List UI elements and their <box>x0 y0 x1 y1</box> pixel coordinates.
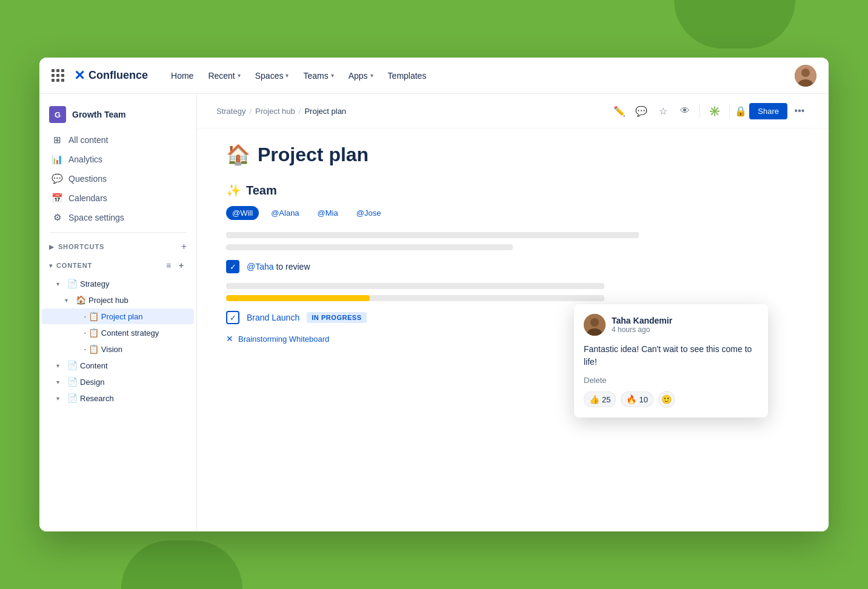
confluence-icon: ✕ <box>226 334 233 344</box>
ai-button[interactable]: ✳️ <box>705 101 724 121</box>
page-title-text: Project plan <box>258 144 369 166</box>
user-avatar[interactable] <box>795 65 816 87</box>
analytics-icon: 📊 <box>52 154 62 165</box>
chevron-down-icon: ▾ <box>56 362 65 369</box>
add-content-button[interactable]: + <box>176 259 187 271</box>
questions-icon: 💬 <box>52 173 62 184</box>
comment-author-name: Taha Kandemir <box>612 316 672 325</box>
mention-mia[interactable]: @Mia <box>312 206 344 220</box>
chevron-down-icon: ▾ <box>238 72 241 79</box>
logo[interactable]: ✕ Confluence <box>74 68 148 84</box>
fire-count: 10 <box>639 395 647 404</box>
breadcrumb-strategy[interactable]: Strategy <box>216 107 245 116</box>
team-section-header: ✨ Team <box>226 183 800 198</box>
content-line <box>226 244 513 250</box>
settings-icon: ⚙ <box>52 212 62 223</box>
tree-item-project-hub[interactable]: ▾ 🏠 Project hub <box>42 292 194 308</box>
sidebar-item-label: Calendars <box>68 193 107 203</box>
status-badge: IN PROGRESS <box>307 312 366 323</box>
chevron-down-icon: ▾ <box>56 379 65 385</box>
star-button[interactable]: ☆ <box>653 101 673 121</box>
mention-jose[interactable]: @Jose <box>350 206 387 220</box>
sidebar-item-label: Analytics <box>68 155 102 164</box>
breadcrumb-bar: Strategy / Project hub / Project plan ✏️… <box>197 94 829 128</box>
tree-item-content[interactable]: ▾ 📄 Content <box>42 358 194 373</box>
nav-templates[interactable]: Templates <box>382 67 433 84</box>
team-section-title: Team <box>246 184 277 198</box>
chevron-down-icon: ▾ <box>56 281 65 287</box>
sidebar-item-label: Space settings <box>68 213 124 222</box>
chevron-down-icon: ▾ <box>56 395 65 402</box>
sidebar-item-label: All content <box>68 135 108 145</box>
sidebar-item-space-settings[interactable]: ⚙ Space settings <box>42 208 194 227</box>
thumbs-up-icon: 👍 <box>589 394 599 404</box>
add-shortcut-button[interactable]: + <box>181 241 187 252</box>
chevron-right-icon: ▶ <box>49 244 55 250</box>
logo-icon: ✕ <box>74 68 85 84</box>
content-section-header: ▾ CONTENT ≡ + <box>39 256 196 275</box>
comment-popup: Taha Kandemir 4 hours ago Fantastic idea… <box>574 304 768 418</box>
sidebar-item-label: Questions <box>68 174 107 184</box>
tree-item-design[interactable]: ▾ 📄 Design <box>42 374 194 390</box>
apps-grid-icon[interactable] <box>52 69 64 82</box>
task-mention[interactable]: @Taha <box>247 262 274 271</box>
sidebar-item-questions[interactable]: 💬 Questions <box>42 169 194 188</box>
space-header[interactable]: G Growth Team <box>39 101 196 128</box>
space-icon: G <box>49 106 66 123</box>
more-actions-button[interactable]: ••• <box>790 101 809 121</box>
brand-checkbox[interactable]: ✓ <box>226 311 239 324</box>
tree-item-vision[interactable]: • 📋 Vision <box>42 341 194 357</box>
watch-button[interactable]: 👁 <box>675 101 695 121</box>
nav-home[interactable]: Home <box>165 67 199 84</box>
whiteboard-label: Brainstorming Whiteboard <box>238 334 329 344</box>
breadcrumb-actions: ✏️ 💬 ☆ 👁 ✳️ 🔒 Share ••• <box>610 101 809 121</box>
task-row: ✓ @Taha to review <box>226 260 800 273</box>
share-button[interactable]: Share <box>749 103 787 119</box>
nav-teams[interactable]: Teams ▾ <box>297 67 339 84</box>
space-name: Growth Team <box>72 110 125 119</box>
sidebar-item-calendars[interactable]: 📅 Calendars <box>42 188 194 208</box>
filter-button[interactable]: ≡ <box>164 259 174 271</box>
comment-body: Fantastic idea! Can't wait to see this c… <box>584 343 758 368</box>
sidebar-item-analytics[interactable]: 📊 Analytics <box>42 150 194 169</box>
tree-item-content-strategy[interactable]: • 📋 Content strategy <box>42 325 194 341</box>
thumbs-up-reaction[interactable]: 👍 25 <box>584 391 616 407</box>
nav-apps[interactable]: Apps ▾ <box>342 67 379 84</box>
lock-icon: 🔒 <box>735 105 747 117</box>
nav-spaces[interactable]: Spaces ▾ <box>249 67 295 84</box>
calendars-icon: 📅 <box>52 193 62 204</box>
comment-button[interactable]: 💬 <box>632 101 651 121</box>
tree-item-research[interactable]: ▾ 📄 Research <box>42 390 194 406</box>
mention-alana[interactable]: @Alana <box>265 206 305 220</box>
shortcuts-section[interactable]: ▶ SHORTCUTS + <box>39 238 196 256</box>
task-checkbox[interactable]: ✓ <box>226 260 239 273</box>
comment-reactions: 👍 25 🔥 10 🙂 <box>584 391 758 408</box>
tree-item-project-plan[interactable]: • 📋 Project plan <box>42 308 194 324</box>
fire-reaction[interactable]: 🔥 10 <box>621 391 653 407</box>
tree-item-strategy[interactable]: ▾ 📄 Strategy <box>42 276 194 291</box>
team-mentions: @Will @Alana @Mia @Jose <box>226 206 800 220</box>
page-title-emoji: 🏠 <box>226 143 250 166</box>
main-window: ✕ Confluence Home Recent ▾ Spaces ▾ Team… <box>39 58 829 531</box>
sidebar: G Growth Team ⊞ All content 📊 Analytics … <box>39 94 197 531</box>
content-line-partial <box>226 283 604 289</box>
breadcrumb-current: Project plan <box>304 107 346 116</box>
comment-header: Taha Kandemir 4 hours ago <box>584 314 758 336</box>
main-content: Strategy / Project hub / Project plan ✏️… <box>197 94 829 531</box>
delete-comment-button[interactable]: Delete <box>584 376 758 385</box>
svg-point-1 <box>801 68 810 77</box>
add-reaction-button[interactable]: 🙂 <box>658 391 675 408</box>
logo-text: Confluence <box>88 69 148 82</box>
breadcrumb-project-hub[interactable]: Project hub <box>255 107 295 116</box>
comment-author-avatar <box>584 314 606 336</box>
nav-links: Home Recent ▾ Spaces ▾ Teams ▾ Apps ▾ Te… <box>165 67 790 84</box>
edit-button[interactable]: ✏️ <box>610 101 629 121</box>
nav-recent[interactable]: Recent ▾ <box>202 67 246 84</box>
svg-point-4 <box>590 318 599 327</box>
breadcrumb: Strategy / Project hub / Project plan <box>216 107 346 116</box>
sidebar-item-all-content[interactable]: ⊞ All content <box>42 130 194 150</box>
content-line <box>226 232 639 238</box>
chevron-down-icon[interactable]: ▾ <box>49 262 53 269</box>
brand-launch-label[interactable]: Brand Launch <box>247 313 299 322</box>
mention-will[interactable]: @Will <box>226 206 259 220</box>
